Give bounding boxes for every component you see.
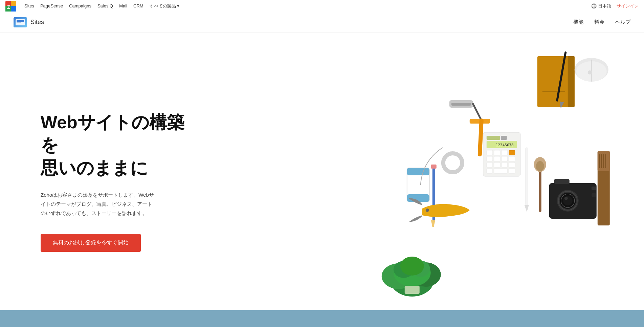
nav-pagesense[interactable]: PageSense [40, 3, 63, 8]
svg-point-58 [425, 209, 429, 212]
svg-point-49 [443, 153, 462, 172]
svg-point-81 [400, 257, 424, 276]
nav-mail[interactable]: Mail [119, 3, 127, 8]
top-navigation: Z Sites PageSense Campaigns SalesIQ Mail… [0, 0, 644, 12]
svg-rect-38 [509, 156, 515, 161]
svg-rect-33 [501, 150, 507, 155]
svg-rect-31 [486, 150, 492, 155]
svg-rect-37 [501, 156, 507, 161]
svg-rect-32 [494, 150, 500, 155]
svg-rect-44 [494, 169, 507, 173]
svg-rect-47 [407, 168, 429, 175]
svg-rect-42 [509, 162, 515, 167]
svg-point-63 [564, 197, 568, 200]
svg-rect-10 [17, 20, 24, 22]
nav-pricing[interactable]: 料金 [594, 19, 604, 25]
bottom-strip [0, 310, 644, 327]
svg-rect-28 [501, 136, 507, 140]
svg-rect-82 [404, 286, 419, 294]
svg-point-57 [536, 161, 544, 171]
zoho-logo-icon: Z [5, 1, 16, 12]
globe-icon [591, 3, 597, 9]
svg-rect-12 [17, 24, 20, 24]
svg-line-23 [473, 104, 481, 121]
nav-sites[interactable]: Sites [24, 3, 34, 8]
hero-description: Zohoはお客さまの熱意をサポートします。Webサイトのテーマがブログ、写真、ビ… [41, 190, 156, 218]
hero-illustration: 12345678 [322, 32, 644, 310]
svg-rect-11 [17, 22, 21, 23]
sites-label: Sites [30, 19, 44, 26]
svg-rect-55 [539, 168, 541, 212]
svg-rect-1 [11, 1, 16, 6]
svg-text:12345678: 12345678 [495, 143, 513, 147]
svg-marker-51 [431, 220, 435, 227]
nav-salesiq[interactable]: SalesIQ [97, 3, 113, 8]
svg-point-68 [591, 193, 596, 197]
svg-rect-43 [486, 169, 492, 173]
sites-logo-svg [14, 17, 27, 27]
svg-rect-36 [494, 156, 500, 161]
svg-rect-35 [486, 156, 492, 161]
secondary-nav-links: 機能 料金 ヘルプ [573, 19, 630, 25]
nav-help[interactable]: ヘルプ [615, 19, 630, 25]
cta-button[interactable]: 無料のお試し登録を今すぐ開始 [41, 234, 141, 252]
language-selector[interactable]: 日本語 [591, 3, 611, 9]
secondary-navigation: Sites 機能 料金 ヘルプ [0, 12, 644, 32]
nav-campaigns[interactable]: Campaigns [69, 3, 91, 8]
nav-all-products[interactable]: すべての製品 ▾ [150, 3, 180, 9]
svg-marker-54 [524, 205, 529, 212]
sites-logo[interactable]: Sites [14, 17, 573, 27]
svg-rect-40 [494, 162, 500, 167]
hero-section: Webサイトの構築 を 思いのままに Zohoはお客さまの熱意をサポートします。… [0, 32, 644, 310]
svg-rect-41 [501, 162, 507, 167]
svg-rect-34 [509, 150, 515, 155]
svg-point-20 [587, 70, 592, 74]
svg-rect-45 [509, 169, 515, 173]
top-nav-links: Sites PageSense Campaigns SalesIQ Mail C… [24, 3, 584, 9]
svg-point-62 [563, 196, 572, 205]
zoho-logo[interactable]: Z [5, 1, 16, 12]
hero-title: Webサイトの構築 を 思いのままに [41, 111, 302, 180]
svg-rect-2 [11, 6, 16, 12]
sites-logo-icon [14, 17, 27, 27]
svg-rect-64 [554, 179, 569, 184]
svg-text:Z: Z [7, 4, 10, 10]
svg-rect-22 [451, 103, 471, 106]
svg-rect-67 [591, 187, 596, 190]
hero-right: 12345678 [322, 32, 644, 310]
svg-rect-53 [525, 148, 528, 205]
svg-rect-39 [486, 162, 492, 167]
svg-line-25 [480, 121, 481, 154]
svg-rect-13 [568, 56, 574, 107]
nav-features[interactable]: 機能 [573, 19, 583, 25]
top-nav-right: 日本語 サインイン [591, 3, 639, 9]
nav-crm[interactable]: CRM [133, 3, 143, 8]
hero-left: Webサイトの構築 を 思いのままに Zohoはお客さまの熱意をサポートします。… [0, 32, 322, 310]
language-label: 日本語 [598, 3, 611, 9]
signin-button[interactable]: サインイン [617, 3, 639, 9]
svg-rect-27 [486, 136, 500, 140]
svg-rect-52 [431, 165, 436, 169]
